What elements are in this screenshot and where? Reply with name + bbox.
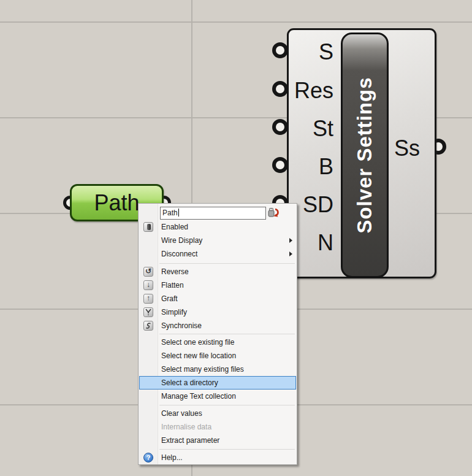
submenu-arrow-icon bbox=[289, 238, 292, 243]
menu-item-label: Disconnect bbox=[161, 247, 197, 261]
menu-item-graft[interactable]: ↑ Graft bbox=[139, 292, 296, 305]
name-input[interactable]: Path bbox=[160, 207, 266, 220]
menu-item-label: Select a directory bbox=[161, 377, 218, 389]
input-grip-b[interactable] bbox=[272, 157, 288, 173]
menu-item-flatten[interactable]: ↓ Flatten bbox=[139, 278, 296, 292]
solver-settings-component[interactable]: S Res St B SD N Solver Settings Ss bbox=[287, 28, 436, 278]
menu-item-disconnect[interactable]: Disconnect bbox=[139, 247, 296, 261]
enabled-toggle-icon bbox=[143, 222, 153, 232]
menu-item-label: Graft bbox=[161, 292, 178, 305]
input-grip-res[interactable] bbox=[272, 81, 288, 97]
menu-item-label: Wire Display bbox=[161, 234, 202, 247]
menu-separator bbox=[159, 449, 295, 450]
menu-item-label: Simplify bbox=[161, 305, 187, 319]
menu-separator bbox=[159, 263, 295, 264]
menu-separator bbox=[159, 334, 295, 334]
submenu-arrow-icon bbox=[289, 251, 292, 256]
menu-item-select-new-file-location[interactable]: Select new file location bbox=[139, 349, 296, 363]
menu-item-label: Clear values bbox=[161, 407, 202, 420]
menu-item-enabled[interactable]: Enabled bbox=[139, 220, 296, 234]
name-input-value: Path bbox=[162, 209, 178, 217]
grasshopper-canvas[interactable]: S Res St B SD N Solver Settings Ss Path … bbox=[0, 0, 472, 476]
menu-separator bbox=[159, 405, 295, 405]
output-label-ss: Ss bbox=[387, 129, 427, 167]
menu-item-label: Select new file location bbox=[161, 349, 236, 363]
menu-item-label: Enabled bbox=[161, 220, 188, 234]
input-grip-st[interactable] bbox=[272, 119, 288, 135]
input-label-n: N bbox=[318, 224, 333, 262]
menu-item-wire-display[interactable]: Wire Display bbox=[139, 234, 296, 247]
component-name-capsule[interactable]: Solver Settings bbox=[341, 33, 389, 278]
menu-item-reverse[interactable]: ↺ Reverse bbox=[139, 265, 296, 278]
menu-item-label: Extract parameter bbox=[161, 434, 219, 447]
text-caret bbox=[178, 209, 179, 217]
menu-item-manage-text-collection[interactable]: Manage Text collection bbox=[139, 390, 296, 403]
input-label-b: B bbox=[319, 148, 333, 186]
input-label-sd: SD bbox=[303, 186, 333, 224]
menu-item-help[interactable]: ? Help... bbox=[139, 451, 296, 464]
grid-line bbox=[0, 21, 472, 23]
input-label-s: S bbox=[319, 33, 333, 71]
menu-item-label: Select one existing file bbox=[161, 336, 234, 349]
input-label-st: St bbox=[313, 110, 333, 148]
flatten-icon: ↓ bbox=[143, 280, 153, 290]
menu-item-select-one-existing-file[interactable]: Select one existing file bbox=[139, 336, 296, 349]
menu-item-extract-parameter[interactable]: Extract parameter bbox=[139, 434, 296, 447]
menu-item-internalise-data: Internalise data bbox=[139, 420, 296, 434]
menu-item-label: Reverse bbox=[161, 265, 189, 278]
menu-item-select-a-directory[interactable]: Select a directory bbox=[139, 376, 296, 390]
menu-item-label: Manage Text collection bbox=[161, 390, 236, 403]
menu-item-clear-values[interactable]: Clear values bbox=[139, 407, 296, 420]
menu-item-simplify[interactable]: Simplify bbox=[139, 305, 296, 319]
synchronise-icon bbox=[143, 321, 153, 331]
help-icon: ? bbox=[143, 453, 153, 463]
menu-item-label: Internalise data bbox=[161, 420, 211, 434]
menu-item-label: Help... bbox=[161, 451, 183, 464]
parameter-context-menu: Path Enabled Wire Display Disconnect ↺ R… bbox=[138, 203, 297, 465]
colour-swatch-icon[interactable] bbox=[267, 206, 282, 220]
reverse-icon: ↺ bbox=[143, 267, 153, 277]
graft-icon: ↑ bbox=[143, 294, 153, 304]
simplify-icon bbox=[143, 307, 153, 317]
input-grip-s[interactable] bbox=[272, 42, 288, 58]
input-label-res: Res bbox=[294, 72, 333, 110]
menu-item-label: Synchronise bbox=[161, 319, 202, 332]
menu-item-synchronise[interactable]: Synchronise bbox=[139, 319, 296, 332]
menu-item-label: Select many existing files bbox=[161, 363, 244, 376]
menu-item-label: Flatten bbox=[161, 278, 184, 292]
menu-item-select-many-existing-files[interactable]: Select many existing files bbox=[139, 363, 296, 376]
component-title: Solver Settings bbox=[353, 77, 376, 233]
